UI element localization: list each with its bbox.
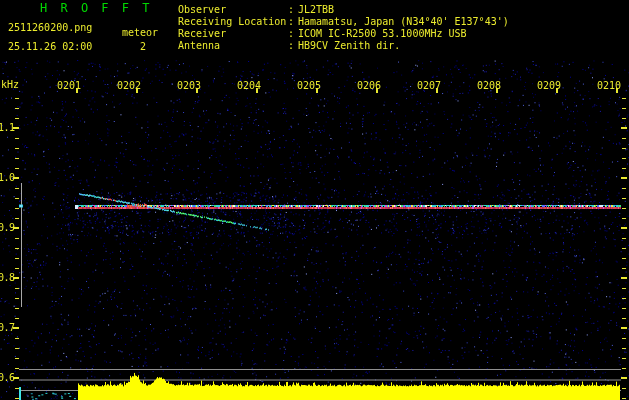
time-tick-label: 0207 (417, 80, 443, 91)
info-separator: : (288, 40, 298, 51)
time-tick-label: 0203 (177, 80, 203, 91)
time-tick-label: 0206 (357, 80, 383, 91)
freq-tick-label: 0.6 (0, 372, 14, 383)
info-separator: : (288, 4, 298, 15)
info-row: Observer:JL2TBB (178, 4, 334, 16)
info-row: Antenna:HB9CV Zenith dir. (178, 40, 400, 52)
hrofft-window: H R O F F T 2511260200.png meteor 25.11.… (0, 0, 629, 400)
time-tick-label: 0210 (597, 80, 623, 91)
output-filename: 2511260200.png (8, 22, 92, 33)
info-row: Receiver:ICOM IC-R2500 53.1000MHz USB (178, 28, 467, 40)
time-tick-label: 0201 (57, 80, 83, 91)
observation-mode: meteor (122, 27, 158, 38)
time-tick-label: 0209 (537, 80, 563, 91)
info-label: Receiver (178, 28, 288, 39)
time-tick-label: 0205 (297, 80, 323, 91)
info-separator: : (288, 28, 298, 39)
info-value: ICOM IC-R2500 53.1000MHz USB (298, 28, 467, 39)
time-tick-label: 0208 (477, 80, 503, 91)
info-label: Antenna (178, 40, 288, 51)
freq-tick-label: 0.9 (0, 222, 14, 233)
meteor-count: 2 (140, 41, 146, 52)
info-value: Hamamatsu, Japan (N34°40' E137°43') (298, 16, 509, 27)
info-row: Receiving Location:Hamamatsu, Japan (N34… (178, 16, 509, 28)
observation-datetime: 25.11.26 02:00 (8, 41, 92, 52)
freq-tick-label: 0.7 (0, 322, 14, 333)
time-tick-label: 0204 (237, 80, 263, 91)
info-label: Observer (178, 4, 288, 15)
freq-tick-label: 1.1 (0, 122, 14, 133)
freq-tick-label: 1.0 (0, 172, 14, 183)
info-separator: : (288, 16, 298, 27)
app-title: H R O F F T (40, 3, 152, 14)
info-value: HB9CV Zenith dir. (298, 40, 400, 51)
freq-tick-label: 0.8 (0, 272, 14, 283)
freq-unit-label: kHz (1, 79, 19, 90)
time-tick-label: 0202 (117, 80, 143, 91)
spectrogram-canvas (0, 0, 629, 400)
info-value: JL2TBB (298, 4, 334, 15)
info-label: Receiving Location (178, 16, 288, 27)
